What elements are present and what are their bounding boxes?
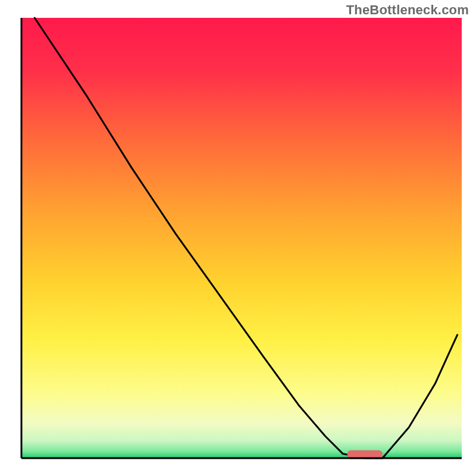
watermark-text: TheBottleneck.com xyxy=(346,2,469,18)
bottleneck-chart xyxy=(0,0,476,476)
chart-container: TheBottleneck.com xyxy=(0,0,476,476)
plot-background xyxy=(21,18,462,458)
